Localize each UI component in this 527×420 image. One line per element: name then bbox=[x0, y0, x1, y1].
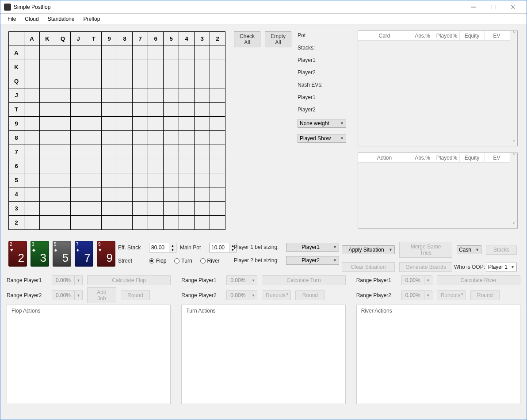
grid-cell[interactable] bbox=[40, 60, 55, 74]
grid-cell[interactable] bbox=[55, 216, 71, 230]
board-card[interactable]: 3 ♣ 3 bbox=[31, 241, 49, 267]
grid-cell[interactable] bbox=[71, 216, 86, 230]
grid-cell[interactable] bbox=[102, 88, 117, 103]
grid-cell[interactable] bbox=[210, 159, 225, 173]
check-all-button[interactable]: Check All bbox=[234, 31, 260, 47]
grid-cell[interactable] bbox=[195, 74, 210, 88]
grid-cell[interactable] bbox=[117, 131, 133, 145]
grid-cell[interactable] bbox=[133, 46, 148, 60]
grid-cell[interactable] bbox=[40, 117, 55, 131]
grid-cell[interactable] bbox=[40, 145, 55, 159]
street-river-radio[interactable]: River bbox=[200, 258, 220, 264]
grid-cell[interactable] bbox=[117, 46, 133, 60]
grid-cell[interactable] bbox=[71, 187, 86, 202]
grid-cell[interactable] bbox=[133, 202, 148, 216]
grid-cell[interactable] bbox=[40, 131, 55, 145]
col-action[interactable]: Action bbox=[358, 153, 411, 162]
grid-cell[interactable] bbox=[102, 173, 117, 187]
who-oop-select[interactable]: Player 1▼ bbox=[486, 263, 517, 271]
grid-cell[interactable] bbox=[24, 202, 40, 216]
grid-cell[interactable] bbox=[71, 117, 86, 131]
grid-cell[interactable] bbox=[179, 173, 195, 187]
col-equity[interactable]: Equity bbox=[460, 31, 485, 40]
grid-cell[interactable] bbox=[102, 187, 117, 202]
grid-cell[interactable] bbox=[164, 131, 179, 145]
main-pot-field[interactable] bbox=[210, 243, 229, 252]
chevron-down-icon[interactable]: ▼ bbox=[74, 291, 82, 300]
grid-cell[interactable] bbox=[195, 131, 210, 145]
grid-cell[interactable] bbox=[164, 173, 179, 187]
grid-cell[interactable] bbox=[102, 216, 117, 230]
grid-cell[interactable] bbox=[179, 131, 195, 145]
grid-cell[interactable] bbox=[40, 46, 55, 60]
grid-cell[interactable] bbox=[210, 103, 225, 117]
menu-preflop[interactable]: Preflop bbox=[79, 15, 104, 23]
grid-cell[interactable] bbox=[164, 88, 179, 103]
minimize-button[interactable] bbox=[463, 1, 483, 13]
grid-cell[interactable] bbox=[55, 103, 71, 117]
grid-cell[interactable] bbox=[133, 60, 148, 74]
grid-cell[interactable] bbox=[71, 103, 86, 117]
grid-cell[interactable] bbox=[40, 216, 55, 230]
grid-cell[interactable] bbox=[148, 159, 164, 173]
grid-cell[interactable] bbox=[102, 145, 117, 159]
grid-cell[interactable] bbox=[102, 60, 117, 74]
grid-cell[interactable] bbox=[148, 145, 164, 159]
grid-cell[interactable] bbox=[164, 187, 179, 202]
grid-cell[interactable] bbox=[40, 159, 55, 173]
grid-cell[interactable] bbox=[148, 187, 164, 202]
grid-cell[interactable] bbox=[40, 173, 55, 187]
eff-stack-input[interactable]: ▲▼ bbox=[149, 243, 176, 252]
grid-cell[interactable] bbox=[117, 173, 133, 187]
grid-cell[interactable] bbox=[179, 187, 195, 202]
grid-cell[interactable] bbox=[86, 187, 102, 202]
grid-cell[interactable] bbox=[102, 117, 117, 131]
col-abs[interactable]: Abs.% bbox=[411, 153, 434, 162]
grid-cell[interactable] bbox=[195, 145, 210, 159]
grid-cell[interactable] bbox=[210, 74, 225, 88]
grid-cell[interactable] bbox=[195, 159, 210, 173]
col-played[interactable]: Played% bbox=[434, 31, 460, 40]
grid-cell[interactable] bbox=[71, 159, 86, 173]
grid-cell[interactable] bbox=[195, 202, 210, 216]
grid-cell[interactable] bbox=[148, 173, 164, 187]
grid-cell[interactable] bbox=[195, 216, 210, 230]
board-card[interactable]: 9 ♥ 9 bbox=[97, 241, 115, 267]
grid-cell[interactable] bbox=[40, 187, 55, 202]
grid-cell[interactable] bbox=[133, 173, 148, 187]
grid-cell[interactable] bbox=[24, 117, 40, 131]
grid-cell[interactable] bbox=[71, 88, 86, 103]
grid-cell[interactable] bbox=[148, 88, 164, 103]
grid-cell[interactable] bbox=[179, 88, 195, 103]
grid-cell[interactable] bbox=[86, 173, 102, 187]
grid-cell[interactable] bbox=[133, 88, 148, 103]
grid-cell[interactable] bbox=[117, 88, 133, 103]
scrollbar[interactable]: ˄˅ bbox=[510, 153, 517, 228]
grid-cell[interactable] bbox=[117, 159, 133, 173]
grid-cell[interactable] bbox=[55, 159, 71, 173]
grid-cell[interactable] bbox=[117, 117, 133, 131]
grid-cell[interactable] bbox=[86, 46, 102, 60]
grid-cell[interactable] bbox=[71, 145, 86, 159]
grid-cell[interactable] bbox=[195, 187, 210, 202]
grid-cell[interactable] bbox=[210, 202, 225, 216]
grid-cell[interactable] bbox=[133, 117, 148, 131]
grid-cell[interactable] bbox=[117, 145, 133, 159]
grid-cell[interactable] bbox=[86, 117, 102, 131]
grid-cell[interactable] bbox=[102, 202, 117, 216]
grid-cell[interactable] bbox=[40, 103, 55, 117]
chevron-down-icon[interactable]: ▼ bbox=[249, 276, 257, 285]
street-turn-radio[interactable]: Turn bbox=[174, 258, 192, 264]
hand-grid[interactable]: AKQJT98765432AKQJT98765432 bbox=[8, 31, 225, 230]
grid-cell[interactable] bbox=[71, 131, 86, 145]
grid-cell[interactable] bbox=[40, 88, 55, 103]
board-card[interactable]: 7 ♦ 7 bbox=[75, 241, 93, 267]
chevron-down-icon[interactable]: ▼ bbox=[424, 276, 432, 285]
grid-cell[interactable] bbox=[148, 117, 164, 131]
col-ev[interactable]: EV bbox=[485, 31, 509, 40]
grid-cell[interactable] bbox=[164, 202, 179, 216]
grid-cell[interactable] bbox=[102, 46, 117, 60]
grid-cell[interactable] bbox=[24, 60, 40, 74]
grid-cell[interactable] bbox=[117, 187, 133, 202]
grid-cell[interactable] bbox=[102, 103, 117, 117]
